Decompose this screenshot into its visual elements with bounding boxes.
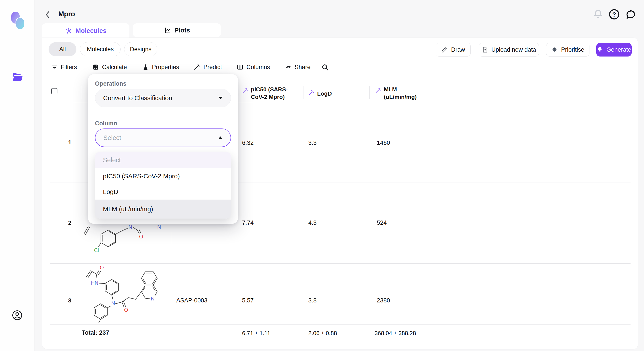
chat-bubble-icon [626, 9, 636, 20]
chevron-down-icon [218, 97, 223, 99]
filter-pill-molecules-label: Molecules [87, 46, 114, 53]
cell-id[interactable]: ASAP-0003 [176, 297, 208, 304]
filters-button[interactable]: Filters [51, 63, 77, 71]
row-index: 3 [65, 297, 75, 304]
option-logd[interactable]: LogD [95, 184, 231, 200]
prioritise-button[interactable]: Prioritise [546, 43, 590, 56]
upload-new-data-button[interactable]: Upload new data [479, 43, 539, 56]
row-index: 1 [65, 139, 75, 146]
option-select[interactable]: Select [95, 152, 231, 168]
tab-molecules-label: Molecules [76, 27, 106, 34]
sparkle-burst-icon [551, 46, 558, 53]
lightbulb-sparkle-icon [597, 46, 603, 53]
cell-pic50: 5.57 [242, 297, 254, 304]
column-label: Column [95, 120, 117, 127]
columns-label: Columns [246, 64, 270, 71]
back-button[interactable] [43, 10, 52, 20]
operation-select[interactable]: Convert to Classification [95, 89, 231, 107]
draw-button[interactable]: Draw [436, 43, 471, 56]
filter-pill-all[interactable]: All [48, 42, 76, 56]
app-logo[interactable] [11, 11, 25, 31]
col-divider-checkbox [81, 86, 81, 99]
option-pic50[interactable]: pIC50 (SARS-CoV-2 Mpro) [95, 168, 231, 184]
chevron-up-icon [218, 136, 222, 139]
column-select[interactable]: Select [95, 128, 231, 147]
cell-mlm: 524 [377, 219, 387, 226]
predict-label: Predict [204, 64, 222, 71]
help-button[interactable]: ? [609, 9, 620, 21]
cell-logd: 3.8 [308, 297, 317, 304]
magic-wand-icon [194, 63, 200, 71]
svg-text:O: O [100, 266, 104, 270]
page-title: Mpro [58, 10, 75, 18]
column-select-value: Select [103, 134, 121, 141]
chat-button[interactable] [626, 9, 636, 21]
filter-pill-designs[interactable]: Designs [124, 42, 157, 56]
file-upload-icon [482, 46, 488, 53]
column-header-pic50[interactable]: pIC50 (SARS-CoV-2 Mpro) [251, 86, 298, 101]
molecule-structure[interactable]: Cl N O N [82, 221, 170, 263]
svg-text:HN: HN [91, 280, 98, 286]
search-icon [321, 63, 329, 71]
bell-icon [593, 9, 603, 19]
share-arrow-icon [285, 63, 292, 71]
cell-mlm: 2380 [377, 297, 390, 304]
calculate-label: Calculate [102, 64, 127, 71]
columns-button[interactable]: Columns [236, 63, 270, 71]
columns-icon [236, 63, 244, 71]
table-total: Total: 237 [82, 329, 109, 336]
predict-button[interactable]: Predict [194, 63, 222, 71]
search-button[interactable] [321, 63, 329, 72]
column-options-list: Select pIC50 (SARS-CoV-2 Mpro) LogD MLM … [95, 152, 231, 219]
col-divider-pic50 [303, 86, 304, 99]
folder-open-icon [12, 71, 24, 83]
option-mlm[interactable]: MLM (uL/min/mg) [95, 200, 231, 219]
cell-mlm: 1460 [377, 139, 390, 146]
svg-text:Cl: Cl [94, 248, 99, 253]
operations-label: Operations [95, 80, 126, 87]
filter-pill-molecules[interactable]: Molecules [80, 42, 120, 56]
footer-stat-pic50: 6.71 ± 1.11 [242, 330, 270, 337]
col-divider-logd [370, 86, 370, 99]
filters-label: Filters [61, 64, 77, 71]
column-header-logd[interactable]: LogD [317, 90, 361, 97]
filter-lines-icon [51, 63, 58, 71]
cell-logd: 4.3 [308, 219, 317, 226]
row-index: 2 [65, 219, 75, 226]
upload-button-label: Upload new data [492, 46, 536, 53]
calculate-button[interactable]: Calculate [92, 63, 127, 71]
footer-stat-logd: 2.06 ± 0.88 [308, 330, 337, 337]
properties-button[interactable]: Properties [142, 63, 179, 71]
generate-button[interactable]: Generate [596, 43, 632, 56]
svg-text:N: N [151, 296, 154, 302]
filter-pill-all-label: All [59, 46, 66, 53]
tab-plots[interactable]: Plots [133, 23, 221, 37]
account-button[interactable] [12, 310, 22, 322]
tab-plots-label: Plots [174, 27, 190, 34]
flask-icon [142, 63, 149, 71]
molecule-icon [65, 27, 72, 34]
draw-button-label: Draw [451, 46, 465, 53]
share-button[interactable]: Share [285, 63, 310, 71]
operations-panel: Operations Convert to Classification Col… [88, 74, 238, 224]
calculator-icon [92, 63, 99, 71]
molecule-structure[interactable]: O HN N O N [83, 266, 170, 324]
sidebar-item-projects[interactable] [12, 71, 24, 84]
svg-text:O: O [139, 234, 143, 240]
wand-icon [375, 87, 381, 94]
share-label: Share [294, 64, 310, 71]
cell-pic50: 6.32 [242, 139, 254, 146]
row-divider-2 [50, 263, 630, 264]
svg-text:N: N [157, 224, 161, 230]
table-footer-divider [50, 343, 630, 343]
col-divider-mlm [438, 86, 438, 99]
svg-text:N: N [128, 225, 132, 230]
prioritise-button-label: Prioritise [561, 46, 584, 53]
cell-logd: 3.3 [308, 139, 317, 146]
notifications-button[interactable] [593, 9, 603, 20]
tab-molecules[interactable]: Molecules [42, 23, 130, 38]
column-header-mlm[interactable]: MLM (uL/min/mg) [384, 86, 422, 101]
select-all-checkbox[interactable] [51, 88, 58, 94]
svg-text:O: O [124, 307, 128, 313]
row-divider-3 [50, 324, 630, 325]
